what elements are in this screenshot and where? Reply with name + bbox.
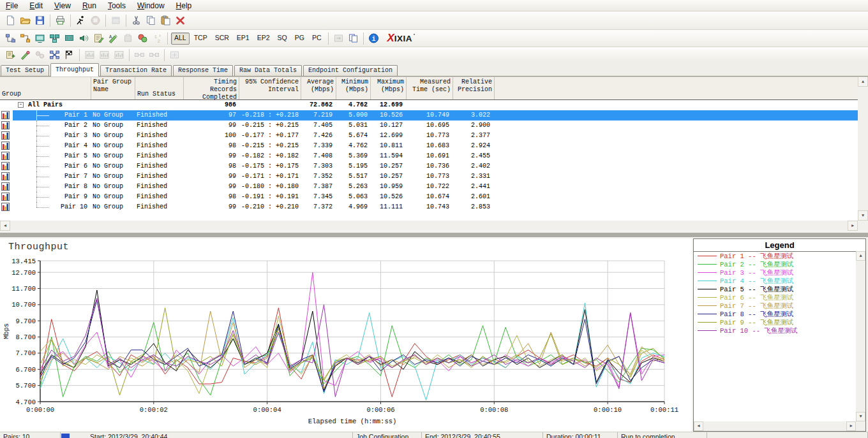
column-header-timing-records-completed[interactable]: Timing RecordsCompleted bbox=[184, 77, 239, 99]
table-row-pair-8[interactable]: Pair 8No GroupFinished99-0.180 : +0.1807… bbox=[0, 182, 858, 192]
column-header-maximum-mbps-[interactable]: Maximum(Mbps) bbox=[371, 77, 407, 99]
menu-tools[interactable]: Tools bbox=[102, 1, 131, 11]
table-vscrollbar[interactable]: ▲ ▼ bbox=[858, 77, 868, 221]
scroll-up-icon[interactable]: ▲ bbox=[856, 251, 865, 261]
cell-group-name: No Group bbox=[93, 192, 134, 202]
column-header-average-mbps-[interactable]: Average(Mbps) bbox=[301, 77, 336, 99]
legend-entry-pair-2: Pair 2 -- 飞鱼星测试 bbox=[695, 261, 855, 269]
menu-edit[interactable]: Edit bbox=[24, 1, 49, 11]
table-row-pair-3[interactable]: Pair 3No GroupFinished100-0.177 : +0.177… bbox=[0, 131, 858, 141]
ixia-logo-x: X bbox=[387, 32, 394, 45]
connect-pair-icon[interactable] bbox=[3, 32, 18, 45]
filter-button-sq[interactable]: SQ bbox=[274, 33, 290, 45]
table-row-pair-2[interactable]: Pair 2No GroupFinished99-0.215 : +0.2157… bbox=[0, 120, 858, 131]
traffic-profile-icon[interactable] bbox=[135, 32, 150, 45]
tab-throughput[interactable]: Throughput bbox=[50, 63, 99, 77]
add-video-pair-icon bbox=[33, 48, 47, 61]
menu-view[interactable]: View bbox=[49, 1, 77, 11]
filter-button-pg[interactable]: PG bbox=[292, 33, 308, 45]
column-header-run-status[interactable]: Run Status bbox=[135, 77, 184, 99]
new-document-icon[interactable] bbox=[3, 14, 18, 27]
menu-window[interactable]: Window bbox=[131, 1, 170, 11]
filter-button-tcp[interactable]: TCP bbox=[191, 33, 211, 45]
table-row-pair-1[interactable]: Pair 1No GroupFinished97-0.218 : +0.2187… bbox=[0, 110, 858, 120]
table-row-pair-10[interactable]: Pair 10No GroupFinished99-0.210 : +0.210… bbox=[0, 202, 858, 212]
cell-run-status: Finished bbox=[137, 192, 183, 202]
tab-test-setup[interactable]: Test Setup bbox=[1, 65, 49, 76]
print-icon[interactable] bbox=[53, 14, 68, 27]
legend-vscrollbar[interactable]: ▲ ▼ bbox=[856, 251, 865, 421]
table-hscrollbar[interactable]: ◄ ► bbox=[0, 221, 858, 231]
cell-pair-name: Pair 6 bbox=[49, 161, 87, 172]
cell-timing-records: 98 bbox=[184, 161, 236, 172]
tab-transaction-rate[interactable]: Transaction Rate bbox=[100, 65, 172, 76]
scroll-right-icon[interactable]: ► bbox=[846, 421, 856, 431]
copy-results-icon[interactable] bbox=[346, 32, 361, 45]
legend-hscrollbar[interactable]: ◄ ► bbox=[694, 421, 856, 431]
crossover-pairs-icon[interactable] bbox=[47, 48, 62, 61]
filter-button-all[interactable]: ALL bbox=[171, 33, 190, 45]
column-header-95-confidence-interval[interactable]: 95% ConfidenceInterval bbox=[239, 77, 301, 99]
cell-timing-records: 98 bbox=[184, 192, 236, 202]
run-test-icon[interactable] bbox=[73, 14, 88, 27]
scroll-left-icon[interactable]: ◄ bbox=[694, 421, 703, 431]
video-pair-icon[interactable] bbox=[33, 32, 47, 45]
tab-response-time[interactable]: Response Time bbox=[173, 65, 233, 76]
legend-entry-pair-9: Pair 9 -- 飞鱼星测试 bbox=[695, 319, 855, 327]
cut-icon[interactable] bbox=[129, 14, 144, 27]
column-header-measured-time-sec-[interactable]: MeasuredTime (sec) bbox=[407, 77, 453, 99]
voip-pair-icon[interactable] bbox=[77, 32, 91, 45]
menu-help[interactable]: Help bbox=[170, 1, 198, 11]
cell-average: 7.352 bbox=[301, 172, 333, 182]
add-voip-pair-icon[interactable] bbox=[18, 48, 33, 61]
delete-icon[interactable] bbox=[173, 14, 188, 27]
summary-maximum: 12.699 bbox=[371, 100, 403, 110]
table-row-pair-7[interactable]: Pair 7No GroupFinished99-0.171 : +0.1717… bbox=[0, 172, 858, 182]
table-header: GroupPair GroupNameRun StatusTiming Reco… bbox=[0, 77, 858, 100]
table-row-pair-5[interactable]: Pair 5No GroupFinished99-0.182 : +0.1827… bbox=[0, 151, 858, 161]
add-pair-icon[interactable] bbox=[3, 48, 18, 61]
finish-flag-icon[interactable] bbox=[62, 48, 77, 61]
table-row-pair-4[interactable]: Pair 4No GroupFinished98-0.215 : +0.2157… bbox=[0, 141, 858, 151]
edit-pair-icon[interactable] bbox=[91, 32, 106, 45]
tab-raw-data-totals[interactable]: Raw Data Totals bbox=[234, 65, 302, 76]
video-multicast-pair-icon[interactable] bbox=[62, 32, 77, 45]
cell-timing-records: 99 bbox=[184, 172, 236, 182]
rename-pair-icon[interactable]: A bbox=[106, 32, 121, 45]
scroll-down-icon[interactable]: ▼ bbox=[856, 412, 865, 421]
table-row-pair-6[interactable]: Pair 6No GroupFinished98-0.175 : +0.1757… bbox=[0, 161, 858, 172]
svg-text:10.700: 10.700 bbox=[11, 301, 36, 309]
filter-button-pc[interactable]: PC bbox=[309, 33, 325, 45]
summary-row[interactable]: -All Pairs98672.8624.76212.699 bbox=[0, 100, 858, 110]
cell-measured-time: 10.722 bbox=[407, 182, 449, 192]
column-header-minimum-mbps-[interactable]: Minimum(Mbps) bbox=[336, 77, 371, 99]
filter-button-ep1[interactable]: EP1 bbox=[234, 33, 253, 45]
paste-icon[interactable] bbox=[158, 14, 173, 27]
copy-icon[interactable] bbox=[144, 14, 158, 27]
table-row-pair-9[interactable]: Pair 9No GroupFinished98-0.191 : +0.1917… bbox=[0, 192, 858, 202]
duplicate-pair-icon[interactable] bbox=[18, 32, 33, 45]
cell-group-name: No Group bbox=[93, 120, 134, 131]
column-header-relative-precision[interactable]: RelativePrecision bbox=[453, 77, 495, 99]
toolbar-separator bbox=[126, 15, 126, 27]
open-file-icon[interactable] bbox=[18, 14, 33, 27]
scroll-right-icon[interactable]: ► bbox=[848, 221, 858, 231]
menu-file[interactable]: File bbox=[0, 1, 24, 11]
info-icon[interactable]: i bbox=[366, 32, 381, 45]
multicast-pair-icon[interactable] bbox=[47, 32, 62, 45]
column-header-pair-group-name[interactable]: Pair GroupName bbox=[91, 77, 135, 99]
scroll-down-icon[interactable]: ▼ bbox=[858, 210, 868, 221]
menu-run[interactable]: Run bbox=[77, 1, 102, 11]
pane-splitter[interactable] bbox=[0, 231, 868, 238]
scroll-left-icon[interactable]: ◄ bbox=[0, 221, 10, 231]
svg-text:0:00:04: 0:00:04 bbox=[253, 406, 281, 414]
filter-button-scr[interactable]: SCR bbox=[212, 33, 232, 45]
scroll-up-icon[interactable]: ▲ bbox=[858, 77, 868, 87]
save-icon[interactable] bbox=[33, 14, 47, 27]
collapse-expander[interactable]: - bbox=[18, 102, 24, 108]
filter-button-ep2[interactable]: EP2 bbox=[254, 33, 273, 45]
column-header-group[interactable]: Group bbox=[0, 77, 91, 99]
cell-pair-name: Pair 7 bbox=[49, 172, 87, 182]
trademark-icon bbox=[414, 34, 415, 35]
tab-endpoint-configuration[interactable]: Endpoint Configuration bbox=[303, 65, 398, 76]
